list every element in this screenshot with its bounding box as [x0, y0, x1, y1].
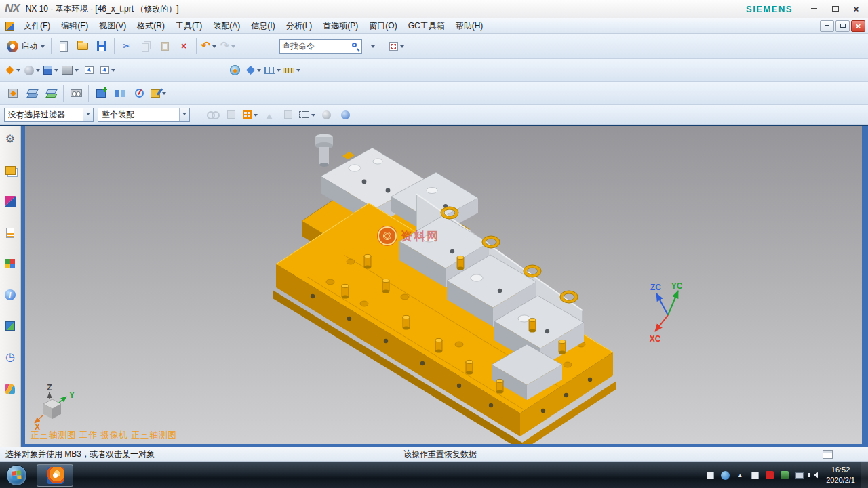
close-button[interactable]: ×	[847, 3, 865, 16]
move-component-button[interactable]	[4, 85, 22, 102]
edit-object-display-button[interactable]	[149, 85, 167, 102]
selection-scope-combo[interactable]: 整个装配	[98, 108, 190, 122]
taskbar-nx-app-button[interactable]	[37, 464, 73, 487]
select-previous-button[interactable]	[260, 106, 278, 123]
handle-orientation-button[interactable]	[245, 62, 262, 79]
nx-app-icon	[7, 41, 18, 52]
tray-network-button[interactable]	[793, 466, 806, 484]
redo-button[interactable]: ↷	[219, 37, 237, 55]
pinwheel-icon	[5, 196, 16, 207]
touch-palette-button[interactable]	[1, 380, 19, 397]
fit-view-button[interactable]	[4, 62, 22, 79]
new-window-button[interactable]	[80, 62, 98, 79]
child-close-button[interactable]: ×	[851, 20, 865, 32]
layer-settings-button[interactable]	[23, 85, 41, 102]
graphics-canvas[interactable]: ZC YC XC Z Y X	[25, 126, 862, 444]
paste-button[interactable]	[156, 37, 174, 55]
menu-assemblies[interactable]: 装配(A)	[208, 18, 245, 34]
view-orientation-button[interactable]	[42, 62, 60, 79]
status-note-icon[interactable]	[823, 450, 833, 459]
wcs-mini-triad[interactable]: Z Y X	[35, 383, 75, 432]
child-minimize-button[interactable]	[820, 20, 834, 32]
menu-view[interactable]: 视图(V)	[94, 18, 132, 34]
tray-hidden-icons-button[interactable]: ▲	[733, 466, 747, 484]
selection-filter-combo[interactable]: 没有选择过滤器	[4, 108, 94, 122]
window-layout-button[interactable]	[388, 37, 406, 55]
tray-browser-button[interactable]	[718, 466, 732, 484]
part-top-knob[interactable]	[315, 134, 333, 167]
constraint-navigator-button[interactable]	[1, 192, 19, 210]
show-desktop-button[interactable]	[861, 462, 868, 488]
tray-update-button[interactable]	[778, 466, 791, 484]
menu-window[interactable]: 窗口(O)	[363, 18, 402, 34]
assembly-constraints-button[interactable]	[111, 85, 129, 102]
menu-gc-toolbox[interactable]: GC工具箱	[403, 18, 450, 34]
save-button[interactable]	[93, 37, 111, 55]
tray-ime-button[interactable]	[748, 466, 762, 484]
child-minimize-icon	[825, 25, 829, 26]
open-button[interactable]	[74, 37, 92, 55]
roles-button[interactable]: ⚙	[1, 130, 19, 148]
start-button[interactable]	[0, 462, 33, 488]
start-button[interactable]: 启动	[4, 37, 47, 55]
menu-tools[interactable]: 工具(T)	[170, 18, 208, 34]
window-arrow-icon	[85, 66, 94, 74]
tray-app-button[interactable]	[703, 466, 717, 484]
measure-button[interactable]	[283, 62, 300, 79]
taskbar-clock[interactable]: 16:52 2020/2/1	[822, 465, 861, 485]
tray-volume-button[interactable]	[808, 466, 821, 484]
true-shading-button[interactable]	[226, 62, 243, 79]
menu-information[interactable]: 信息(I)	[245, 18, 280, 34]
menu-edit[interactable]: 编辑(E)	[56, 18, 94, 34]
menu-help[interactable]: 帮助(H)	[450, 18, 489, 34]
part-navigator-button[interactable]	[1, 224, 19, 241]
selection-reset-button[interactable]	[222, 106, 240, 123]
snap-point-button[interactable]	[264, 62, 281, 79]
tray-security-button[interactable]	[763, 466, 776, 484]
new-part-button[interactable]	[55, 37, 73, 55]
search-icon[interactable]	[352, 43, 357, 47]
copy-button[interactable]	[137, 37, 155, 55]
menu-format[interactable]: 格式(R)	[132, 18, 170, 34]
hd3d-tools-button[interactable]	[1, 317, 19, 335]
menu-file[interactable]: 文件(F)	[18, 18, 56, 34]
background-button[interactable]	[61, 62, 79, 79]
highlight-gray-ball-button[interactable]	[317, 106, 335, 123]
assembly-navigator-button[interactable]	[1, 161, 19, 179]
watermark-text: 资料网	[401, 228, 439, 244]
combo-dropdown-button[interactable]	[83, 108, 93, 121]
combo-dropdown-button[interactable]	[179, 108, 189, 121]
selection-scope-value: 整个装配	[102, 109, 176, 121]
view-triad[interactable]: ZC YC XC	[650, 281, 683, 344]
maximize-button[interactable]	[826, 3, 844, 16]
named-scene-button[interactable]	[67, 85, 85, 102]
model-canvas[interactable]: ZC YC XC Z Y X	[25, 126, 862, 444]
window-cascade-button[interactable]	[99, 62, 117, 79]
menu-preferences[interactable]: 首选项(P)	[317, 18, 363, 34]
menu-analysis[interactable]: 分析(L)	[281, 18, 318, 34]
interpart-link-button[interactable]	[203, 106, 221, 123]
marquee-select-button[interactable]	[298, 106, 316, 123]
info-sphere-icon: i	[5, 289, 16, 300]
delete-button[interactable]: ×	[175, 37, 193, 55]
cut-button[interactable]: ✂	[118, 37, 136, 55]
command-finder-input[interactable]	[282, 41, 352, 51]
window-grid-icon	[389, 42, 398, 51]
snap-enable-button[interactable]	[241, 106, 259, 123]
pattern-component-button[interactable]	[130, 85, 148, 102]
tray-update-icon	[781, 471, 789, 479]
minimize-button[interactable]	[805, 3, 823, 16]
reuse-library-button[interactable]	[1, 255, 19, 272]
command-finder-options-button[interactable]	[363, 37, 380, 55]
add-component-button[interactable]	[92, 85, 110, 102]
web-browser-button[interactable]: i	[1, 286, 19, 304]
deselect-button[interactable]	[279, 106, 297, 123]
history-button[interactable]: ◷	[1, 348, 19, 366]
child-restore-button[interactable]	[835, 20, 850, 32]
highlight-blue-ball-button[interactable]	[336, 106, 354, 123]
clock-date: 2020/2/1	[826, 475, 855, 485]
render-style-button[interactable]	[23, 62, 41, 79]
triad-xc-label: XC	[650, 334, 661, 344]
layer-visible-button[interactable]	[42, 85, 60, 102]
undo-button[interactable]: ↶	[200, 37, 218, 55]
